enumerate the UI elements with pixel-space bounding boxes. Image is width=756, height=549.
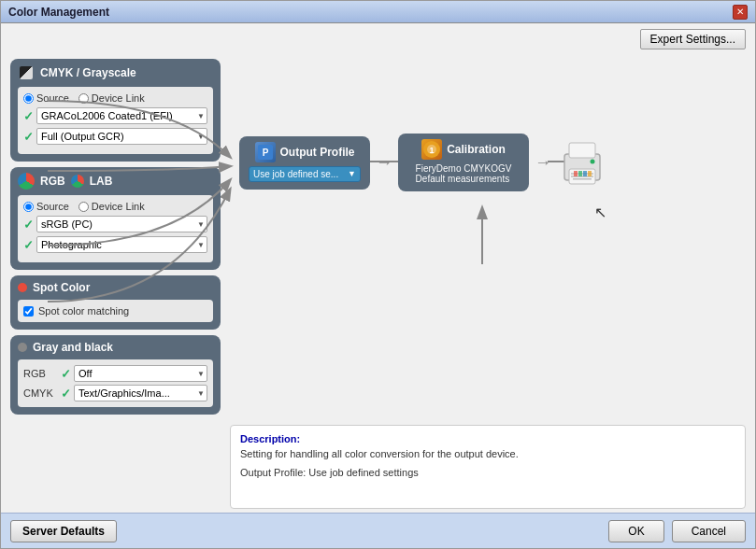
calibration-icon: 1 bbox=[421, 139, 442, 160]
rgb-panel-header: RGB LAB bbox=[18, 173, 213, 190]
gray-panel-header: Gray and black bbox=[18, 341, 213, 354]
gray-black-panel: Gray and black RGB ✓ Off On ▼ bbox=[10, 335, 221, 415]
rgb-check2-icon: ✓ bbox=[23, 238, 34, 252]
cancel-button[interactable]: Cancel bbox=[672, 520, 746, 542]
rgb-device-link-label[interactable]: Device Link bbox=[78, 201, 145, 212]
calibration-title: Calibration bbox=[447, 143, 506, 156]
cmyk-panel-body: Source Device Link ✓ GRACoL2006 Coated1 … bbox=[18, 87, 213, 154]
gray-rgb-dropdown-row: ✓ Off On ▼ bbox=[61, 365, 207, 382]
spot-color-matching-checkbox[interactable] bbox=[23, 306, 34, 317]
rgb-source-row: Source Device Link bbox=[23, 201, 207, 212]
rgb-source-radio[interactable] bbox=[23, 202, 34, 212]
spot-color-matching-row: Spot color matching bbox=[23, 305, 207, 317]
cmyk-dropdown2-wrapper: Full (Output GCR) No GCR ▼ bbox=[36, 128, 207, 145]
svg-text:P: P bbox=[262, 148, 268, 158]
server-defaults-button[interactable]: Server Defaults bbox=[10, 520, 117, 542]
calibration-header: 1 Calibration bbox=[421, 139, 506, 160]
calibration-line1: FieryDemo CMYKOGV bbox=[416, 163, 512, 174]
spot-color-matching-label: Spot color matching bbox=[38, 305, 129, 317]
description-line3: Output Profile: Use job defined settings bbox=[240, 467, 735, 478]
svg-rect-12 bbox=[574, 171, 578, 176]
spot-color-panel: Spot Color Spot color matching bbox=[10, 275, 221, 330]
gray-rgb-wrapper: Off On ▼ bbox=[74, 365, 207, 382]
cmyk-check1-icon: ✓ bbox=[23, 109, 34, 123]
calibration-node: 1 Calibration FieryDemo CMYKOGV Default … bbox=[398, 134, 529, 191]
color-management-window: Color Management ✕ Expert Settings... CM… bbox=[0, 0, 756, 549]
output-profile-icon: P bbox=[255, 142, 276, 162]
output-profile-title: Output Profile bbox=[280, 146, 355, 159]
arrow-to-printer: → bbox=[535, 153, 551, 173]
gray-icon bbox=[18, 343, 27, 352]
rgb-source-label[interactable]: Source bbox=[23, 201, 69, 212]
cmyk-source-row: Source Device Link bbox=[23, 92, 207, 104]
cmyk-dropdown1-row: ✓ GRACoL2006 Coated1 (EFI) sRGB (PC) ▼ bbox=[23, 107, 207, 124]
printer-icon bbox=[557, 137, 608, 189]
close-button[interactable]: ✕ bbox=[733, 5, 748, 20]
cmyk-panel: CMYK / Grayscale Source Device Link bbox=[10, 59, 221, 162]
expert-settings-button[interactable]: Expert Settings... bbox=[640, 29, 746, 49]
calibration-body: FieryDemo CMYKOGV Default measurements bbox=[416, 163, 512, 184]
ok-button[interactable]: OK bbox=[608, 520, 663, 542]
output-profile-dropdown[interactable]: Use job defined se... ▼ bbox=[249, 166, 361, 182]
main-content: CMYK / Grayscale Source Device Link bbox=[1, 55, 755, 513]
svg-point-11 bbox=[591, 159, 595, 163]
gray-rgb-dropdown[interactable]: Off On bbox=[74, 365, 207, 382]
flow-nodes-row: P Output Profile Use job defined se... ▼… bbox=[239, 134, 608, 191]
bottom-bar: Server Defaults OK Cancel bbox=[1, 513, 755, 548]
lab-label: LAB bbox=[90, 175, 113, 188]
cmyk-panel-header: CMYK / Grayscale bbox=[18, 64, 213, 81]
spot-color-icon bbox=[18, 283, 27, 292]
cmyk-icon bbox=[18, 64, 35, 81]
rgb-device-link-radio[interactable] bbox=[78, 202, 89, 212]
cmyk-source1-dropdown[interactable]: GRACoL2006 Coated1 (EFI) sRGB (PC) bbox=[36, 107, 207, 124]
gray-cmyk-label: CMYK bbox=[23, 387, 57, 399]
rgb-check1-icon: ✓ bbox=[23, 218, 34, 232]
cmyk-panel-title: CMYK / Grayscale bbox=[40, 66, 136, 79]
lab-icon bbox=[71, 175, 84, 188]
flow-diagram-container: P Output Profile Use job defined se... ▼… bbox=[230, 59, 746, 415]
gray-black-grid: RGB ✓ Off On ▼ CMYK bbox=[23, 365, 207, 401]
cmyk-dropdown2-row: ✓ Full (Output GCR) No GCR ▼ bbox=[23, 128, 207, 145]
window-title: Color Management bbox=[8, 6, 109, 19]
flow-area: P Output Profile Use job defined se... ▼… bbox=[230, 59, 746, 509]
cmyk-source-radio[interactable] bbox=[23, 93, 34, 104]
gray-cmyk-dropdown-row: ✓ Text/Graphics/Ima... None ▼ bbox=[61, 385, 207, 401]
gray-rgb-label: RGB bbox=[23, 368, 57, 379]
rgb-panel: RGB LAB Source Device Link bbox=[10, 167, 221, 270]
cmyk-check2-icon: ✓ bbox=[23, 130, 34, 144]
description-line1: Setting for handling all color conversio… bbox=[240, 448, 735, 459]
gray-panel-body: RGB ✓ Off On ▼ CMYK bbox=[18, 359, 213, 407]
spot-panel-body: Spot color matching bbox=[18, 300, 213, 322]
svg-rect-6 bbox=[569, 143, 595, 158]
output-profile-dropdown-value: Use job defined se... bbox=[253, 169, 338, 179]
output-profile-header: P Output Profile bbox=[255, 142, 355, 162]
gray-cmyk-wrapper: Text/Graphics/Ima... None ▼ bbox=[74, 385, 207, 401]
gray-cmyk-dropdown[interactable]: Text/Graphics/Ima... None bbox=[74, 385, 207, 401]
cmyk-source2-dropdown[interactable]: Full (Output GCR) No GCR bbox=[36, 128, 207, 145]
svg-rect-15 bbox=[588, 171, 592, 176]
svg-rect-13 bbox=[578, 171, 582, 176]
cmyk-dropdown1-wrapper: GRACoL2006 Coated1 (EFI) sRGB (PC) ▼ bbox=[36, 107, 207, 124]
output-profile-dropdown-arrow: ▼ bbox=[348, 169, 356, 178]
gray-cmyk-check: ✓ bbox=[61, 387, 71, 401]
rgb-panel-title: RGB bbox=[40, 175, 65, 188]
title-bar: Color Management ✕ bbox=[1, 1, 755, 23]
svg-text:1: 1 bbox=[430, 146, 435, 155]
description-box: Description: Setting for handling all co… bbox=[230, 425, 746, 509]
arrow-to-calibration: → bbox=[376, 153, 392, 173]
description-title: Description: bbox=[240, 433, 735, 444]
gray-panel-title: Gray and black bbox=[33, 341, 113, 354]
svg-rect-10 bbox=[573, 178, 592, 180]
rgb-icon bbox=[18, 173, 35, 190]
toolbar: Expert Settings... bbox=[1, 23, 755, 55]
output-profile-node: P Output Profile Use job defined se... ▼ bbox=[239, 136, 370, 190]
left-panels: CMYK / Grayscale Source Device Link bbox=[10, 59, 221, 509]
bottom-buttons: OK Cancel bbox=[608, 520, 746, 542]
svg-rect-14 bbox=[583, 171, 587, 176]
gray-rgb-check: ✓ bbox=[61, 367, 71, 381]
spot-panel-title: Spot Color bbox=[33, 281, 90, 294]
calibration-line2: Default measurements bbox=[416, 174, 512, 184]
